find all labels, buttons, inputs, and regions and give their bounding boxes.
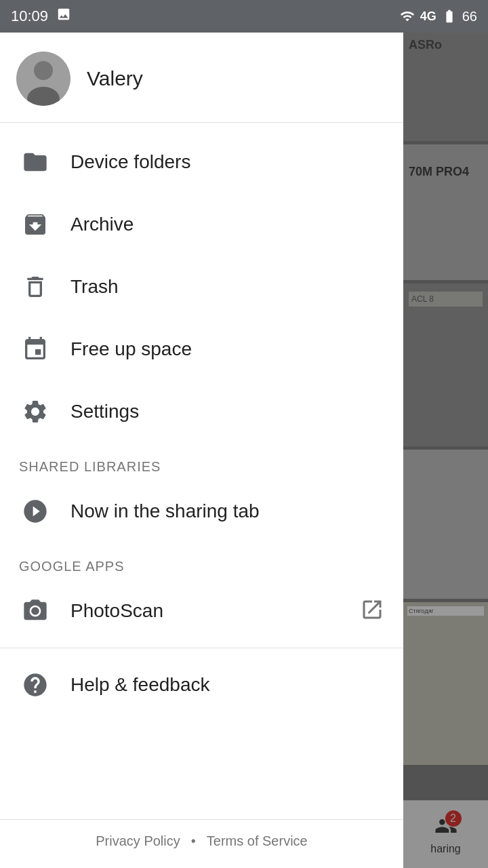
free-space-icon <box>19 333 52 366</box>
network-indicator: 4G <box>420 9 436 24</box>
trash-icon <box>19 271 52 303</box>
archive-icon <box>19 208 52 241</box>
status-icons: 4G 66 <box>400 9 477 24</box>
time-display: 10:09 <box>11 7 48 25</box>
privacy-policy-link[interactable]: Privacy Policy <box>96 833 180 849</box>
navigation-drawer: Valery Device folders Archive Trash <box>0 33 403 868</box>
free-space-label: Free up space <box>70 338 192 360</box>
help-icon <box>19 669 52 701</box>
google-apps-header: GOOGLE APPS <box>0 542 403 580</box>
drawer-footer: Privacy Policy • Terms of Service <box>0 819 403 868</box>
main-menu-section: Device folders Archive Trash Free up spa… <box>0 123 403 819</box>
sharing-tab-menu-label: Now in the sharing tab <box>70 500 260 522</box>
gallery-icon <box>56 7 71 26</box>
battery-level: 66 <box>462 9 477 24</box>
help-label: Help & feedback <box>70 674 209 696</box>
section-divider <box>0 648 403 648</box>
user-avatar <box>16 52 70 106</box>
footer-separator: • <box>191 833 196 849</box>
drawer-user-header[interactable]: Valery <box>0 33 403 123</box>
settings-icon <box>19 395 52 428</box>
photoscan-label: PhotoScan <box>70 600 163 622</box>
device-folders-label: Device folders <box>70 151 190 173</box>
svg-point-1 <box>34 61 53 80</box>
photoscan-icon <box>19 595 52 627</box>
menu-item-free-space[interactable]: Free up space <box>0 318 403 380</box>
sharing-tab-icon <box>19 495 52 528</box>
settings-label: Settings <box>70 401 139 422</box>
trash-label: Trash <box>70 276 119 298</box>
terms-of-service-link[interactable]: Terms of Service <box>207 833 308 849</box>
folder-icon <box>19 146 52 178</box>
menu-item-sharing-tab[interactable]: Now in the sharing tab <box>0 480 403 542</box>
archive-label: Archive <box>70 214 134 235</box>
shared-libraries-header: SHARED LIBRARIES <box>0 443 403 480</box>
menu-item-help[interactable]: Help & feedback <box>0 654 403 716</box>
status-bar: 10:09 4G 66 <box>0 0 488 33</box>
user-name-label: Valery <box>87 67 143 90</box>
menu-item-settings[interactable]: Settings <box>0 380 403 443</box>
menu-item-device-folders[interactable]: Device folders <box>0 131 403 193</box>
menu-item-archive[interactable]: Archive <box>0 193 403 256</box>
menu-item-trash[interactable]: Trash <box>0 256 403 318</box>
external-link-icon <box>360 597 384 625</box>
menu-item-photoscan[interactable]: PhotoScan <box>0 580 403 642</box>
